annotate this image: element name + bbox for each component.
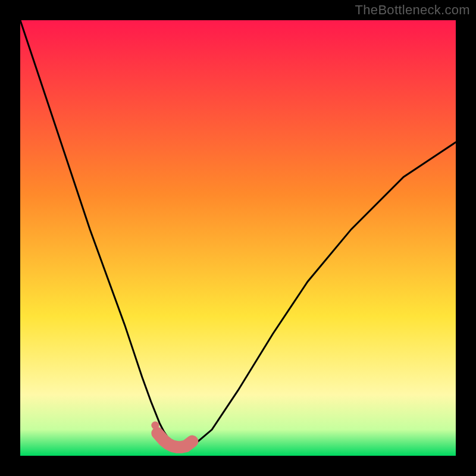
chart-frame: TheBottleneck.com — [0, 0, 476, 476]
plot-area — [20, 20, 456, 456]
watermark-text: TheBottleneck.com — [355, 2, 470, 18]
end-dot — [151, 421, 159, 429]
bottleneck-chart — [20, 20, 456, 456]
